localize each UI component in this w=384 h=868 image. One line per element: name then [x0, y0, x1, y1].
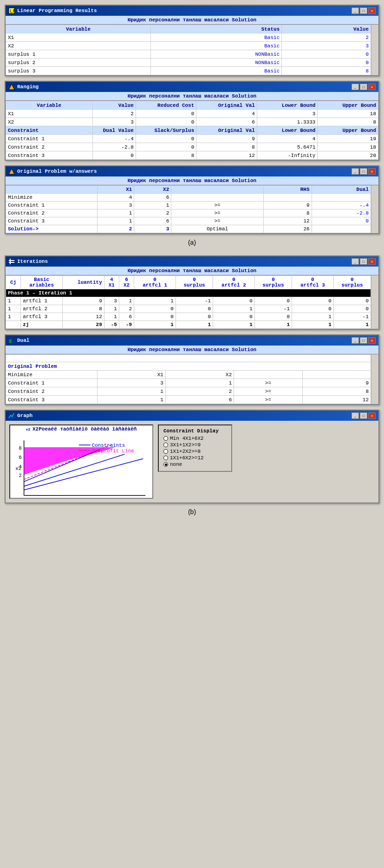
original-maximize[interactable]: □: [360, 168, 367, 175]
radio-circle-4: [163, 462, 168, 467]
iterations-row: 1 artfcl 3 12 1 6 0 0 0 0 1 -1: [6, 313, 371, 321]
lp-scrollbar[interactable]: [371, 25, 378, 75]
graph-title: Graph: [17, 413, 33, 418]
original-row: Solution-> 2 3 Optimal 26: [6, 225, 371, 233]
original-solution-header: Юридик персонални танлаш масаласи Soluti…: [6, 176, 378, 185]
graph-maximize[interactable]: □: [360, 412, 367, 419]
it-basic: artfcl 3: [21, 313, 63, 321]
du-rel: >=: [234, 396, 302, 404]
original-window: Original Problem w/answers _ □ ✕ Юридик …: [5, 165, 379, 234]
lp-table-row: surplus 1 NONBasic 0: [6, 50, 371, 59]
cj-0-a3: 0artfcl 3: [292, 276, 334, 289]
iterations-scrollbar[interactable]: [371, 275, 378, 329]
radio-option-1[interactable]: 3X1+1X2>=9: [163, 442, 227, 448]
ranging-var-row: X2 3 0 6 1.3333 8: [6, 118, 378, 126]
ranging-close[interactable]: ✕: [368, 84, 376, 90]
graph-title-text: X2Роеаёё таòñïàёïö öàëёàö ïàñàёàëñ: [33, 426, 137, 432]
rc-lb: 4: [257, 135, 318, 143]
dual-close[interactable]: ✕: [368, 337, 376, 344]
or-x2: 1: [134, 202, 171, 209]
iterations-minimize[interactable]: _: [351, 258, 359, 265]
du-label: Minimize: [6, 371, 98, 379]
it-a1: 1: [134, 297, 176, 305]
rc-lb: -Infinity: [257, 151, 318, 160]
lp-value: 0: [282, 50, 371, 59]
ranging-minimize[interactable]: _: [351, 84, 359, 90]
it-qty: 29: [62, 321, 104, 329]
it-a3: 0: [292, 305, 334, 313]
or-rhs: 26: [263, 225, 312, 233]
rc-ub: 19: [318, 135, 378, 143]
minimize-button[interactable]: _: [351, 7, 359, 14]
radio-option-4[interactable]: none: [163, 462, 227, 467]
radio-option-2[interactable]: 1X1+2X2>=8: [163, 449, 227, 454]
dual-maximize[interactable]: □: [360, 337, 367, 344]
ranging-table: Variable Value Reduced Cost Original Val…: [6, 101, 378, 160]
it-a2: 1: [213, 321, 255, 329]
ranging-win-buttons: _ □ ✕: [351, 84, 376, 90]
radio-option-0[interactable]: Min 4X1+6X2: [163, 436, 227, 441]
it-s1: 0: [176, 313, 213, 321]
radio-label-3: 1X1+6X2>=12: [170, 455, 204, 461]
svg-text:8: 8: [98, 497, 101, 499]
r-col-val: Value: [92, 101, 136, 110]
original-scrollbar[interactable]: [371, 185, 378, 233]
it-a1: 0: [134, 305, 176, 313]
it-x2: 1: [119, 297, 134, 305]
svg-text:2: 2: [19, 473, 22, 478]
dual-title-bar: $ Dual _ □ ✕: [6, 335, 378, 346]
du-label: Constraint 1: [6, 379, 98, 387]
lp-var-label: X1: [6, 33, 151, 42]
dual-scrollbar[interactable]: [371, 354, 378, 404]
iterations-window: Iterations _ □ ✕ Юридик персонални танла…: [5, 255, 379, 330]
iterations-maximize[interactable]: □: [360, 258, 367, 265]
o-col-x1: X1: [97, 186, 134, 194]
radio-circle-3: [163, 456, 168, 460]
original-close[interactable]: ✕: [368, 168, 376, 175]
du-x2: X2: [165, 371, 234, 379]
rc-ov: 9: [196, 135, 257, 143]
dual-minimize[interactable]: _: [351, 337, 359, 344]
svg-rect-5: [9, 262, 14, 263]
ranging-maximize[interactable]: □: [360, 84, 367, 90]
graph-minimize[interactable]: _: [351, 412, 359, 419]
rv-lb: 3: [257, 110, 318, 118]
lp-status: NONBasic: [151, 50, 282, 59]
it-x1: 1: [104, 313, 119, 321]
original-minimize[interactable]: _: [351, 168, 359, 175]
or-rhs: [263, 194, 312, 202]
close-button[interactable]: ✕: [368, 7, 376, 14]
cj-0-s3: 0surplus: [333, 276, 371, 289]
svg-text:Constraints: Constraints: [92, 443, 125, 448]
du-rhs: 8: [302, 387, 371, 396]
ranging-con-row: Constraint 2 -2.8 0 8 5.6471 18: [6, 143, 378, 151]
it-s2: 1: [254, 321, 292, 329]
or-dual: [312, 194, 371, 202]
dual-empty-row: [6, 355, 371, 362]
or-x1: 2: [97, 225, 134, 233]
or-x1: 3: [97, 202, 134, 209]
iterations-close[interactable]: ✕: [368, 258, 376, 265]
ranging-solution-header: Юридик персонални танлаш масаласи Soluti…: [6, 92, 378, 101]
du-x2: 6: [165, 396, 234, 404]
it-s3: 0: [333, 305, 371, 313]
radio-option-3[interactable]: 1X1+6X2>=12: [163, 455, 227, 461]
lp-table-row: surplus 2 NONBasic 0: [6, 59, 371, 67]
cj-0-s2: 0surplus: [254, 276, 292, 289]
graph-icon: [8, 412, 15, 419]
r-sec-ub: Upper Bound: [318, 126, 378, 135]
ranging-con-row: Constraint 3 0 8 12 -Infinity 20: [6, 151, 378, 160]
iterations-win-buttons: _ □ ✕: [351, 258, 376, 265]
it-x1: 1: [104, 305, 119, 313]
it-s3: -1: [333, 313, 371, 321]
rv-ub: 18: [318, 110, 378, 118]
or-x2: 6: [134, 217, 171, 225]
graph-close[interactable]: ✕: [368, 412, 376, 419]
or-label: Solution->: [6, 225, 98, 233]
maximize-button[interactable]: □: [360, 7, 367, 14]
rc-constraint: Constraint 3: [6, 151, 93, 160]
rc-ov: 8: [196, 143, 257, 151]
it-s1: 0: [176, 305, 213, 313]
or-x1: 1: [97, 209, 134, 217]
or-dual: 0: [312, 217, 371, 225]
